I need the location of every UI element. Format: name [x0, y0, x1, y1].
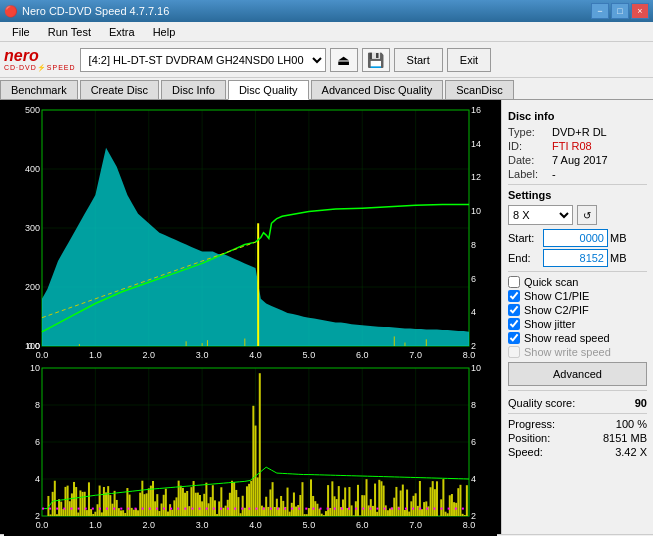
disc-info-title: Disc info — [508, 110, 647, 122]
show-c1-pie-row: Show C1/PIE — [508, 290, 647, 302]
show-write-speed-checkbox[interactable] — [508, 346, 520, 358]
disc-id-row: ID: FTI R08 — [508, 140, 647, 152]
disc-date-value: 7 Aug 2017 — [552, 154, 608, 166]
title-bar: 🔴 Nero CD-DVD Speed 4.7.7.16 − □ × — [0, 0, 653, 22]
disc-label-row: Label: - — [508, 168, 647, 180]
disc-label-label: Label: — [508, 168, 548, 180]
disc-type-row: Type: DVD+R DL — [508, 126, 647, 138]
start-unit: MB — [610, 232, 627, 244]
end-label: End: — [508, 252, 543, 264]
quality-score-row: Quality score: 90 — [508, 397, 647, 409]
speed-label: Speed: — [508, 446, 543, 458]
divider-2 — [508, 271, 647, 272]
quick-scan-row: Quick scan — [508, 276, 647, 288]
settings-title: Settings — [508, 189, 647, 201]
progress-row: Progress: 100 % — [508, 418, 647, 430]
tab-disc-info[interactable]: Disc Info — [161, 80, 226, 99]
title-text: Nero CD-DVD Speed 4.7.7.16 — [22, 5, 169, 17]
show-write-speed-label: Show write speed — [524, 346, 611, 358]
quick-scan-label: Quick scan — [524, 276, 578, 288]
end-mb-field: End: MB — [508, 249, 647, 267]
advanced-button[interactable]: Advanced — [508, 362, 647, 386]
position-label: Position: — [508, 432, 550, 444]
exit-button[interactable]: Exit — [447, 48, 491, 72]
toolbar: nero CD·DVD⚡SPEED [4:2] HL-DT-ST DVDRAM … — [0, 42, 653, 78]
menu-file[interactable]: File — [4, 24, 38, 40]
main-content: Disc info Type: DVD+R DL ID: FTI R08 Dat… — [0, 100, 653, 534]
disc-id-value: FTI R08 — [552, 140, 592, 152]
show-c2-pif-label: Show C2/PIF — [524, 304, 589, 316]
quick-scan-checkbox[interactable] — [508, 276, 520, 288]
tab-create-disc[interactable]: Create Disc — [80, 80, 159, 99]
quality-score-value: 90 — [635, 397, 647, 409]
menu-run-test[interactable]: Run Test — [40, 24, 99, 40]
minimize-button[interactable]: − — [591, 3, 609, 19]
title-bar-controls: − □ × — [591, 3, 649, 19]
quality-score-label: Quality score: — [508, 397, 575, 409]
show-read-speed-row: Show read speed — [508, 332, 647, 344]
divider-1 — [508, 184, 647, 185]
end-unit: MB — [610, 252, 627, 264]
show-c1-pie-label: Show C1/PIE — [524, 290, 589, 302]
close-button[interactable]: × — [631, 3, 649, 19]
tab-advanced-disc-quality[interactable]: Advanced Disc Quality — [311, 80, 444, 99]
disc-type-value: DVD+R DL — [552, 126, 607, 138]
progress-label: Progress: — [508, 418, 555, 430]
progress-value: 100 % — [616, 418, 647, 430]
start-button[interactable]: Start — [394, 48, 443, 72]
show-write-speed-row: Show write speed — [508, 346, 647, 358]
right-panel: Disc info Type: DVD+R DL ID: FTI R08 Dat… — [501, 100, 653, 534]
chart-canvas — [4, 104, 497, 536]
menu-extra[interactable]: Extra — [101, 24, 143, 40]
nero-product-text: CD·DVD⚡SPEED — [4, 64, 76, 72]
tab-disc-quality[interactable]: Disc Quality — [228, 80, 309, 100]
disc-date-label: Date: — [508, 154, 548, 166]
disc-id-label: ID: — [508, 140, 548, 152]
settings-icon-button[interactable]: ↺ — [577, 205, 597, 225]
disc-type-label: Type: — [508, 126, 548, 138]
tab-benchmark[interactable]: Benchmark — [0, 80, 78, 99]
nero-brand-text: nero — [4, 48, 39, 64]
show-read-speed-label: Show read speed — [524, 332, 610, 344]
divider-4 — [508, 413, 647, 414]
menu-help[interactable]: Help — [145, 24, 184, 40]
menu-bar: File Run Test Extra Help — [0, 22, 653, 42]
speed-settings-row: 8 X ↺ — [508, 205, 647, 225]
nero-logo: nero CD·DVD⚡SPEED — [4, 48, 76, 72]
divider-3 — [508, 390, 647, 391]
show-jitter-checkbox[interactable] — [508, 318, 520, 330]
drive-selector[interactable]: [4:2] HL-DT-ST DVDRAM GH24NSD0 LH00 — [80, 48, 326, 72]
show-jitter-row: Show jitter — [508, 318, 647, 330]
show-c2-pif-row: Show C2/PIF — [508, 304, 647, 316]
save-icon-button[interactable]: 💾 — [362, 48, 390, 72]
chart-area — [0, 100, 501, 534]
position-value: 8151 MB — [603, 432, 647, 444]
maximize-button[interactable]: □ — [611, 3, 629, 19]
disc-date-row: Date: 7 Aug 2017 — [508, 154, 647, 166]
show-c1-pie-checkbox[interactable] — [508, 290, 520, 302]
speed-value: 3.42 X — [615, 446, 647, 458]
eject-icon-button[interactable]: ⏏ — [330, 48, 358, 72]
position-row: Position: 8151 MB — [508, 432, 647, 444]
show-read-speed-checkbox[interactable] — [508, 332, 520, 344]
start-label: Start: — [508, 232, 543, 244]
speed-selector[interactable]: 8 X — [508, 205, 573, 225]
show-c2-pif-checkbox[interactable] — [508, 304, 520, 316]
speed-row: Speed: 3.42 X — [508, 446, 647, 458]
title-icon: 🔴 — [4, 5, 18, 18]
tabs: Benchmark Create Disc Disc Info Disc Qua… — [0, 78, 653, 100]
start-input[interactable] — [543, 229, 608, 247]
tab-scandisc[interactable]: ScanDisc — [445, 80, 513, 99]
start-mb-field: Start: MB — [508, 229, 647, 247]
show-jitter-label: Show jitter — [524, 318, 575, 330]
disc-label-value: - — [552, 168, 556, 180]
title-bar-left: 🔴 Nero CD-DVD Speed 4.7.7.16 — [4, 5, 169, 18]
end-input[interactable] — [543, 249, 608, 267]
